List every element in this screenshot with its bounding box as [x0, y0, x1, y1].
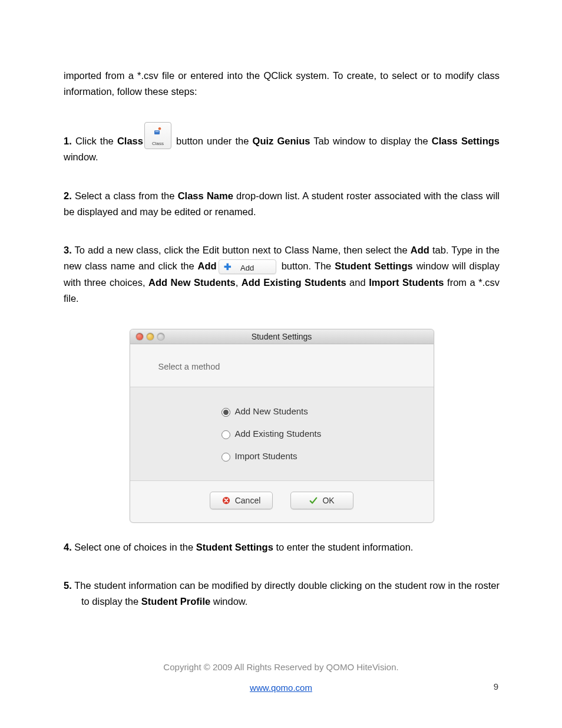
- class-icon: [153, 125, 163, 136]
- svg-point-0: [158, 127, 161, 130]
- window-minimize-icon[interactable]: [147, 333, 154, 340]
- dialog-titlebar: Student Settings: [130, 330, 434, 344]
- radio-add-new-students[interactable]: Add New Students: [130, 400, 434, 423]
- add-button-label: Add: [219, 262, 276, 274]
- radio-import-students[interactable]: Import Students: [130, 445, 434, 467]
- radio-add-existing-students-label: Add Existing Students: [235, 429, 322, 439]
- step-2-num: 2.: [64, 190, 72, 201]
- radio-add-new-students-label: Add New Students: [235, 406, 308, 416]
- window-zoom-icon[interactable]: [157, 333, 164, 340]
- radio-import-students-input[interactable]: [222, 453, 230, 462]
- ok-button-label: OK: [322, 496, 334, 505]
- step-4: 4. Select one of choices in the Student …: [64, 539, 500, 555]
- step-2: 2. Select a class from the Class Name dr…: [64, 188, 500, 220]
- svg-rect-2: [155, 131, 158, 132]
- step-4-num: 4.: [64, 542, 72, 552]
- svg-rect-1: [154, 131, 160, 135]
- step-5-num: 5.: [64, 580, 72, 591]
- window-close-icon[interactable]: [136, 333, 143, 340]
- page-number: 9: [494, 681, 498, 691]
- footer-link[interactable]: www.qomo.com: [250, 683, 312, 693]
- cancel-icon: [222, 496, 230, 505]
- radio-add-existing-students[interactable]: Add Existing Students: [130, 423, 434, 445]
- radio-import-students-label: Import Students: [235, 451, 297, 461]
- ok-button[interactable]: OK: [290, 492, 353, 509]
- page-footer: Copyright © 2009 All Rights Reserved by …: [0, 662, 562, 693]
- copyright-text: Copyright © 2009 All Rights Reserved by …: [0, 662, 562, 672]
- step-1: 1. Click the Class Class button under th…: [64, 122, 500, 165]
- step-3: 3. To add a new class, click the Edit bu…: [64, 242, 500, 307]
- class-button-label: Class: [145, 140, 171, 147]
- class-toolbar-button[interactable]: Class: [144, 122, 171, 149]
- step-1-num: 1.: [64, 136, 72, 146]
- select-method-label: Select a method: [158, 362, 405, 371]
- cancel-button-label: Cancel: [235, 496, 261, 505]
- step-5: 5. The student information can be modifi…: [64, 578, 500, 610]
- step-3-num: 3.: [64, 245, 72, 255]
- student-settings-dialog: Student Settings Select a method Add New…: [130, 329, 434, 523]
- add-button-inline[interactable]: ✚ Add: [219, 259, 276, 274]
- method-panel: Add New Students Add Existing Students I…: [130, 387, 434, 481]
- radio-add-existing-students-input[interactable]: [222, 430, 230, 439]
- dialog-title: Student Settings: [130, 332, 434, 341]
- radio-add-new-students-input[interactable]: [222, 408, 230, 417]
- window-controls: [130, 333, 164, 340]
- ok-icon: [309, 496, 318, 505]
- cancel-button[interactable]: Cancel: [210, 492, 273, 509]
- intro-paragraph: imported from a *.csv file or entered in…: [64, 68, 500, 100]
